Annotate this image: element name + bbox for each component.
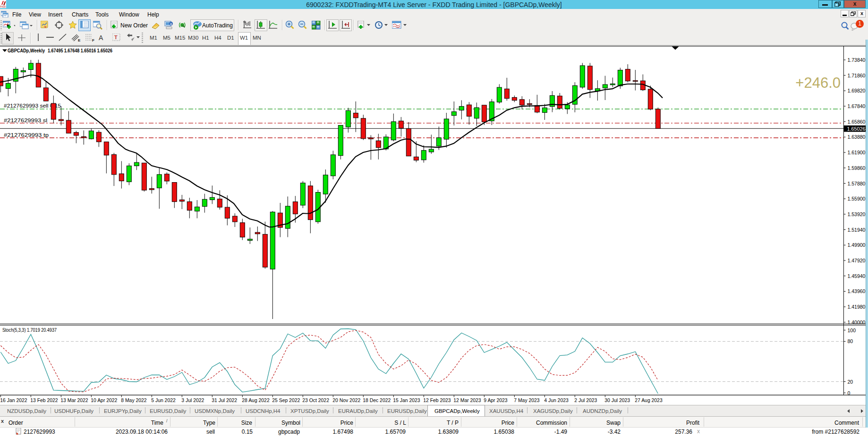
svg-text:E: E [78,38,81,42]
svg-text:1.59860: 1.59860 [848,165,866,171]
svg-text:1.41980: 1.41980 [848,304,866,310]
svg-text:T: T [114,34,118,40]
svg-text:27 Aug 2023: 27 Aug 2023 [635,398,663,403]
svg-text:4 Jun 2023: 4 Jun 2023 [544,398,569,403]
svg-text:8 May 2022: 8 May 2022 [121,398,147,403]
svg-text:1.40000: 1.40000 [848,319,866,325]
svg-text:1.67495 1.67648 1.65016 1.6502: 1.67495 1.67648 1.65016 1.65026 [48,48,112,53]
svg-text:13 Feb 2022: 13 Feb 2022 [30,398,58,403]
svg-text:7 May 2023: 7 May 2023 [514,398,540,403]
svg-text:1.65860: 1.65860 [848,119,866,125]
svg-text:13 Mar 2022: 13 Mar 2022 [60,398,88,403]
svg-text:1.51940: 1.51940 [848,227,866,233]
svg-text:10 Apr 2022: 10 Apr 2022 [91,398,117,403]
svg-text:1.49900: 1.49900 [848,242,866,248]
svg-text:25 Sep 2022: 25 Sep 2022 [272,398,300,403]
svg-text:1.47920: 1.47920 [848,258,866,263]
svg-text:12 Feb 2023: 12 Feb 2023 [423,398,451,403]
svg-text:30 Jul 2023: 30 Jul 2023 [604,398,630,403]
svg-text:#2127629993 sl: #2127629993 sl [4,118,47,123]
svg-text:1.43960: 1.43960 [848,288,866,294]
svg-text:1.73840: 1.73840 [848,57,866,63]
svg-text:1.65026: 1.65026 [847,126,866,132]
svg-text:a: a [170,22,172,25]
svg-text:F: F [92,38,94,42]
svg-text:0: 0 [848,390,851,396]
svg-text:1.69820: 1.69820 [848,88,866,93]
svg-text:28 Aug 2022: 28 Aug 2022 [242,398,270,403]
svg-text:+246.0: +246.0 [795,75,841,91]
svg-text:100: 100 [848,328,856,333]
svg-text:3 Jul 2022: 3 Jul 2022 [181,398,204,403]
svg-text:1.57880: 1.57880 [848,181,866,186]
svg-text:12 Mar 2023: 12 Mar 2023 [453,398,481,403]
svg-text:9 Apr 2023: 9 Apr 2023 [484,398,507,403]
svg-text:1.71860: 1.71860 [848,73,866,78]
svg-text:18 Dec 2022: 18 Dec 2022 [363,398,391,403]
svg-text:2 Jul 2023: 2 Jul 2023 [574,398,597,403]
svg-text:31 Jul 2022: 31 Jul 2022 [212,398,237,403]
svg-text:1.55900: 1.55900 [848,196,866,202]
svg-text:20: 20 [848,379,853,385]
svg-text:1.53920: 1.53920 [848,211,866,217]
svg-text:23 Oct 2022: 23 Oct 2022 [302,398,329,403]
svg-text:1.45940: 1.45940 [848,273,866,279]
svg-text:1.61900: 1.61900 [848,150,866,155]
svg-text:5 Jun 2022: 5 Jun 2022 [151,398,176,403]
svg-text:16 Jan 2022: 16 Jan 2022 [0,398,27,403]
svg-text:Stoch(5,3,3) 1.7019 20.4937: Stoch(5,3,3) 1.7019 20.4937 [2,327,57,333]
svg-text:1.63880: 1.63880 [848,134,866,140]
svg-text:15 Jan 2023: 15 Jan 2023 [393,398,420,403]
svg-text:80: 80 [848,338,853,344]
svg-text:1.67840: 1.67840 [848,103,866,109]
svg-text:20 Nov 2022: 20 Nov 2022 [332,398,360,403]
svg-text:GBPCADp,Weekly: GBPCADp,Weekly [8,48,45,53]
svg-text:#2127629993 tp: #2127629993 tp [4,132,49,138]
